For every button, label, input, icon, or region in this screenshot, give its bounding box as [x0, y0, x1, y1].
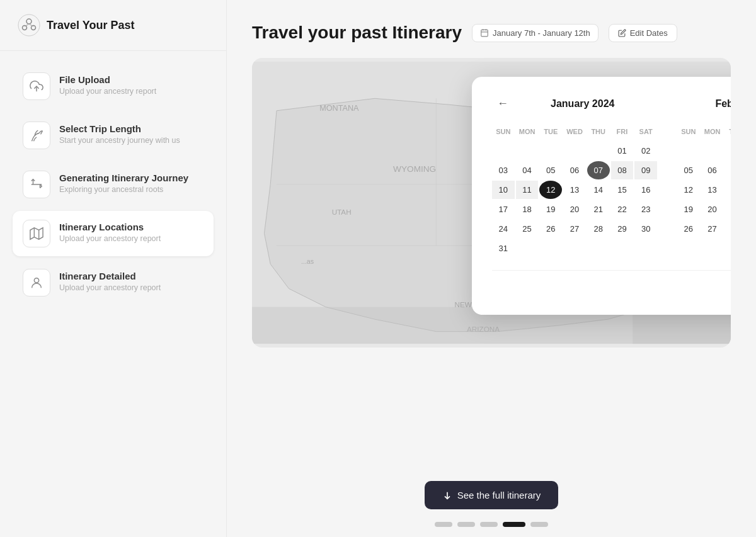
- date-range-text: January 7th - January 12th: [493, 28, 590, 38]
- svg-point-10: [34, 278, 38, 283]
- jan-empty-4: [563, 142, 586, 160]
- edit-dates-button[interactable]: Edit Dates: [609, 24, 677, 42]
- dot-5[interactable]: [530, 522, 548, 527]
- jan-16[interactable]: 16: [634, 181, 657, 199]
- calendar-icon: [480, 28, 489, 37]
- jan-10[interactable]: 10: [492, 181, 515, 199]
- sidebar-item-itinerary-locations[interactable]: Itinerary Locations Upload your ancestor…: [13, 211, 214, 256]
- jan-empty-5: [587, 142, 610, 160]
- jan-18[interactable]: 18: [516, 200, 539, 218]
- download-icon: [442, 490, 452, 500]
- jan-03[interactable]: 03: [492, 161, 515, 179]
- jan-02[interactable]: 02: [634, 142, 657, 160]
- jan-30[interactable]: 30: [634, 220, 657, 238]
- jan-29[interactable]: 29: [611, 220, 634, 238]
- feb-27[interactable]: 27: [701, 220, 724, 238]
- jan-04[interactable]: 04: [516, 161, 539, 179]
- person-pin-icon-container: [23, 269, 50, 297]
- jan-11[interactable]: 11: [516, 181, 539, 199]
- jan-12[interactable]: 12: [539, 181, 562, 199]
- jan-01[interactable]: 01: [611, 142, 634, 160]
- left-month-label: January 2024: [551, 98, 614, 110]
- jan-09[interactable]: 09: [634, 161, 657, 179]
- dow-mon-jan: MON: [516, 125, 539, 140]
- calendar-popup: ← January 2024 February 2024 → SUN MON T…: [472, 77, 731, 315]
- select-trip-text: Select Trip Length Start your ancestry j…: [59, 122, 180, 145]
- feb-21[interactable]: 21: [724, 200, 731, 218]
- jan-empty-2: [516, 142, 539, 160]
- jan-26[interactable]: 26: [539, 220, 562, 238]
- feb-12[interactable]: 12: [677, 181, 700, 199]
- feb-07[interactable]: 07: [724, 161, 731, 179]
- jan-24[interactable]: 24: [492, 220, 515, 238]
- jan-25[interactable]: 25: [516, 220, 539, 238]
- feb-05[interactable]: 05: [677, 161, 700, 179]
- feb-13[interactable]: 13: [701, 181, 724, 199]
- feb-empty-1: [677, 142, 700, 160]
- jan-20[interactable]: 20: [563, 200, 586, 218]
- jan-23[interactable]: 23: [634, 200, 657, 218]
- jan-31[interactable]: 31: [492, 239, 515, 257]
- dot-1[interactable]: [435, 522, 452, 527]
- january-calendar: SUN MON TUE WED THU FRI SAT: [492, 125, 657, 257]
- sidebar-item-file-upload[interactable]: File Upload Upload your ancestry report: [13, 64, 214, 109]
- edit-dates-label: Edit Dates: [630, 28, 668, 38]
- jan-27[interactable]: 27: [563, 220, 586, 238]
- logo-icon: [18, 14, 40, 37]
- jan-empty-1: [492, 142, 515, 160]
- jan-15[interactable]: 15: [611, 181, 634, 199]
- feb-20[interactable]: 20: [701, 200, 724, 218]
- select-trip-sub: Start your ancestry journey with us: [59, 136, 180, 145]
- prev-month-button[interactable]: ←: [492, 94, 513, 113]
- jan-19[interactable]: 19: [539, 200, 562, 218]
- jan-28[interactable]: 28: [587, 220, 610, 238]
- person-pin-icon: [30, 276, 43, 290]
- svg-text:WYOMING: WYOMING: [393, 164, 436, 174]
- jan-05[interactable]: 05: [539, 161, 562, 179]
- calendar-footer: Reset Done: [492, 270, 731, 302]
- itinerary-detailed-text: Itinerary Detailed Upload your ancestory…: [59, 269, 161, 292]
- feb-14[interactable]: 14: [724, 181, 731, 199]
- jan-22[interactable]: 22: [611, 200, 634, 218]
- itinerary-detailed-sub: Upload your ancestory report: [59, 283, 161, 292]
- pagination-dots: [435, 522, 548, 527]
- svg-point-0: [18, 14, 40, 36]
- itinerary-detailed-label: Itinerary Detailed: [59, 271, 161, 281]
- dot-2[interactable]: [457, 522, 475, 527]
- date-badge: January 7th - January 12th: [472, 24, 598, 42]
- sidebar-item-generating[interactable]: Generating Itinerary Journey Exploring y…: [13, 162, 214, 207]
- feb-06[interactable]: 06: [701, 161, 724, 179]
- jan-08[interactable]: 08: [611, 161, 634, 179]
- feb-26[interactable]: 26: [677, 220, 700, 238]
- dow-sun-feb: SUN: [677, 125, 700, 140]
- sidebar-header: Travel Your Past: [0, 0, 226, 51]
- jan-13[interactable]: 13: [563, 181, 586, 199]
- jan-06[interactable]: 06: [563, 161, 586, 179]
- jan-14[interactable]: 14: [587, 181, 610, 199]
- page-header: Travel your past Itinerary January 7th -…: [252, 23, 731, 43]
- main-area: Travel your past Itinerary January 7th -…: [227, 0, 756, 537]
- feb-empty-3: [724, 142, 731, 160]
- file-upload-text: File Upload Upload your ancestry report: [59, 72, 156, 96]
- feb-19[interactable]: 19: [677, 200, 700, 218]
- app-title: Travel Your Past: [47, 19, 134, 32]
- itinerary-locations-sub: Upload your ancestory report: [59, 234, 161, 243]
- dot-4-active[interactable]: [503, 522, 525, 527]
- dow-tue-jan: TUE: [539, 125, 562, 140]
- full-itinerary-button[interactable]: See the full itinerary: [425, 481, 559, 509]
- dot-3[interactable]: [480, 522, 498, 527]
- sidebar-item-itinerary-detailed[interactable]: Itinerary Detailed Upload your ancestory…: [13, 260, 214, 305]
- file-upload-sub: Upload your ancestry report: [59, 87, 156, 96]
- jan-17[interactable]: 17: [492, 200, 515, 218]
- jan-21[interactable]: 21: [587, 200, 610, 218]
- dow-thu-jan: THU: [587, 125, 610, 140]
- upload-icon-container: [23, 72, 50, 100]
- svg-point-1: [26, 19, 32, 24]
- feb-28[interactable]: 28: [724, 220, 731, 238]
- jan-07[interactable]: 07: [587, 161, 610, 179]
- page-title: Travel your past Itinerary: [252, 23, 462, 43]
- generating-label: Generating Itinerary Journey: [59, 172, 188, 183]
- map-container: WYOMING UTAH COLORA... ...as MONTANA NEW…: [252, 58, 731, 348]
- sidebar-item-select-trip[interactable]: Select Trip Length Start your ancestry j…: [13, 113, 214, 158]
- calendar-months: SUN MON TUE WED THU FRI SAT: [492, 125, 731, 257]
